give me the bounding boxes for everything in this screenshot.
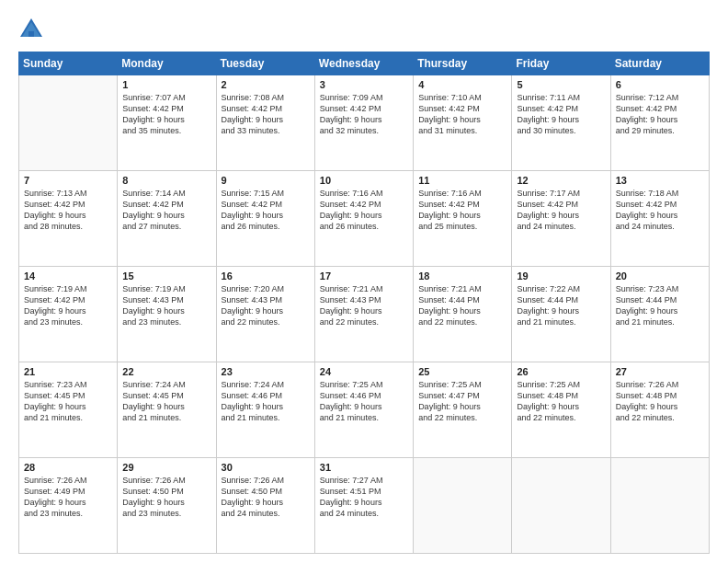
day-number: 8 [122, 175, 210, 186]
calendar-cell: 29Sunrise: 7:26 AM Sunset: 4:50 PM Dayli… [118, 458, 216, 554]
day-number: 28 [24, 462, 112, 473]
calendar-week-row: 7Sunrise: 7:13 AM Sunset: 4:42 PM Daylig… [19, 171, 710, 267]
cell-info: Sunrise: 7:17 AM Sunset: 4:42 PM Dayligh… [517, 188, 605, 233]
day-number: 17 [320, 270, 408, 282]
cell-info: Sunrise: 7:21 AM Sunset: 4:43 PM Dayligh… [320, 283, 408, 328]
cell-info: Sunrise: 7:10 AM Sunset: 4:42 PM Dayligh… [418, 92, 506, 137]
calendar-cell: 27Sunrise: 7:26 AM Sunset: 4:48 PM Dayli… [610, 362, 709, 458]
day-number: 15 [122, 270, 210, 282]
calendar-cell [512, 458, 610, 554]
calendar-week-row: 28Sunrise: 7:26 AM Sunset: 4:49 PM Dayli… [19, 458, 710, 554]
day-number: 24 [320, 366, 408, 377]
day-number: 10 [320, 175, 408, 186]
calendar-cell: 20Sunrise: 7:23 AM Sunset: 4:44 PM Dayli… [610, 267, 709, 362]
day-number: 3 [320, 79, 408, 90]
cell-info: Sunrise: 7:27 AM Sunset: 4:51 PM Dayligh… [320, 475, 408, 520]
cell-info: Sunrise: 7:23 AM Sunset: 4:44 PM Dayligh… [616, 283, 704, 328]
day-number: 16 [222, 270, 310, 282]
day-number: 9 [222, 175, 310, 186]
logo-icon [18, 17, 44, 42]
cell-info: Sunrise: 7:23 AM Sunset: 4:45 PM Dayligh… [24, 379, 112, 424]
day-number: 30 [222, 462, 310, 473]
cell-info: Sunrise: 7:19 AM Sunset: 4:42 PM Dayligh… [24, 283, 112, 328]
day-number: 27 [616, 366, 704, 377]
calendar-weekday-header: Thursday [414, 52, 512, 75]
cell-info: Sunrise: 7:26 AM Sunset: 4:49 PM Dayligh… [24, 475, 112, 520]
calendar-cell: 18Sunrise: 7:21 AM Sunset: 4:44 PM Dayli… [414, 267, 512, 362]
cell-info: Sunrise: 7:26 AM Sunset: 4:48 PM Dayligh… [616, 379, 704, 424]
calendar-cell: 26Sunrise: 7:25 AM Sunset: 4:48 PM Dayli… [512, 362, 610, 458]
calendar-weekday-header: Sunday [19, 52, 118, 75]
calendar-cell: 8Sunrise: 7:14 AM Sunset: 4:42 PM Daylig… [118, 171, 216, 267]
day-number: 21 [24, 366, 112, 377]
cell-info: Sunrise: 7:15 AM Sunset: 4:42 PM Dayligh… [222, 188, 310, 233]
day-number: 6 [616, 79, 704, 90]
calendar-cell: 13Sunrise: 7:18 AM Sunset: 4:42 PM Dayli… [610, 171, 709, 267]
calendar-cell: 15Sunrise: 7:19 AM Sunset: 4:43 PM Dayli… [118, 267, 216, 362]
calendar-cell: 17Sunrise: 7:21 AM Sunset: 4:43 PM Dayli… [314, 267, 413, 362]
day-number: 12 [517, 175, 605, 186]
day-number: 14 [24, 270, 112, 282]
calendar-cell: 25Sunrise: 7:25 AM Sunset: 4:47 PM Dayli… [414, 362, 512, 458]
calendar-header-row: SundayMondayTuesdayWednesdayThursdayFrid… [19, 52, 710, 75]
calendar-cell: 4Sunrise: 7:10 AM Sunset: 4:42 PM Daylig… [414, 75, 512, 171]
logo [18, 17, 48, 42]
calendar-cell: 9Sunrise: 7:15 AM Sunset: 4:42 PM Daylig… [216, 171, 314, 267]
calendar-week-row: 14Sunrise: 7:19 AM Sunset: 4:42 PM Dayli… [19, 267, 710, 362]
page: SundayMondayTuesdayWednesdayThursdayFrid… [0, 0, 728, 563]
calendar-cell [610, 458, 709, 554]
calendar-cell [19, 75, 118, 171]
day-number: 22 [122, 366, 210, 377]
cell-info: Sunrise: 7:21 AM Sunset: 4:44 PM Dayligh… [418, 283, 506, 328]
cell-info: Sunrise: 7:13 AM Sunset: 4:42 PM Dayligh… [24, 188, 112, 233]
header [18, 17, 710, 42]
cell-info: Sunrise: 7:25 AM Sunset: 4:47 PM Dayligh… [418, 379, 506, 424]
cell-info: Sunrise: 7:19 AM Sunset: 4:43 PM Dayligh… [122, 283, 210, 328]
day-number: 4 [418, 79, 506, 90]
calendar-cell: 3Sunrise: 7:09 AM Sunset: 4:42 PM Daylig… [314, 75, 413, 171]
calendar-cell: 23Sunrise: 7:24 AM Sunset: 4:46 PM Dayli… [216, 362, 314, 458]
calendar-cell: 7Sunrise: 7:13 AM Sunset: 4:42 PM Daylig… [19, 171, 118, 267]
calendar-cell: 30Sunrise: 7:26 AM Sunset: 4:50 PM Dayli… [216, 458, 314, 554]
day-number: 18 [418, 270, 506, 282]
calendar-cell: 5Sunrise: 7:11 AM Sunset: 4:42 PM Daylig… [512, 75, 610, 171]
day-number: 31 [320, 462, 408, 473]
calendar-weekday-header: Friday [512, 52, 610, 75]
cell-info: Sunrise: 7:18 AM Sunset: 4:42 PM Dayligh… [616, 188, 704, 233]
calendar-weekday-header: Tuesday [216, 52, 314, 75]
calendar-cell: 24Sunrise: 7:25 AM Sunset: 4:46 PM Dayli… [314, 362, 413, 458]
calendar-cell: 12Sunrise: 7:17 AM Sunset: 4:42 PM Dayli… [512, 171, 610, 267]
cell-info: Sunrise: 7:14 AM Sunset: 4:42 PM Dayligh… [122, 188, 210, 233]
cell-info: Sunrise: 7:26 AM Sunset: 4:50 PM Dayligh… [222, 475, 310, 520]
cell-info: Sunrise: 7:16 AM Sunset: 4:42 PM Dayligh… [320, 188, 408, 233]
calendar-weekday-header: Saturday [610, 52, 709, 75]
day-number: 29 [122, 462, 210, 473]
cell-info: Sunrise: 7:08 AM Sunset: 4:42 PM Dayligh… [222, 92, 310, 137]
cell-info: Sunrise: 7:24 AM Sunset: 4:46 PM Dayligh… [222, 379, 310, 424]
cell-info: Sunrise: 7:25 AM Sunset: 4:48 PM Dayligh… [517, 379, 605, 424]
calendar-cell: 1Sunrise: 7:07 AM Sunset: 4:42 PM Daylig… [118, 75, 216, 171]
calendar-cell: 2Sunrise: 7:08 AM Sunset: 4:42 PM Daylig… [216, 75, 314, 171]
cell-info: Sunrise: 7:22 AM Sunset: 4:44 PM Dayligh… [517, 283, 605, 328]
calendar-cell: 21Sunrise: 7:23 AM Sunset: 4:45 PM Dayli… [19, 362, 118, 458]
day-number: 23 [222, 366, 310, 377]
cell-info: Sunrise: 7:16 AM Sunset: 4:42 PM Dayligh… [418, 188, 506, 233]
day-number: 2 [222, 79, 310, 90]
day-number: 19 [517, 270, 605, 282]
day-number: 1 [122, 79, 210, 90]
day-number: 20 [616, 270, 704, 282]
calendar-cell: 28Sunrise: 7:26 AM Sunset: 4:49 PM Dayli… [19, 458, 118, 554]
calendar-cell: 10Sunrise: 7:16 AM Sunset: 4:42 PM Dayli… [314, 171, 413, 267]
day-number: 25 [418, 366, 506, 377]
day-number: 5 [517, 79, 605, 90]
calendar-week-row: 21Sunrise: 7:23 AM Sunset: 4:45 PM Dayli… [19, 362, 710, 458]
day-number: 26 [517, 366, 605, 377]
svg-rect-2 [28, 31, 34, 37]
cell-info: Sunrise: 7:20 AM Sunset: 4:43 PM Dayligh… [222, 283, 310, 328]
cell-info: Sunrise: 7:24 AM Sunset: 4:45 PM Dayligh… [122, 379, 210, 424]
calendar-cell: 16Sunrise: 7:20 AM Sunset: 4:43 PM Dayli… [216, 267, 314, 362]
calendar-cell: 6Sunrise: 7:12 AM Sunset: 4:42 PM Daylig… [610, 75, 709, 171]
calendar-week-row: 1Sunrise: 7:07 AM Sunset: 4:42 PM Daylig… [19, 75, 710, 171]
calendar-cell [414, 458, 512, 554]
cell-info: Sunrise: 7:25 AM Sunset: 4:46 PM Dayligh… [320, 379, 408, 424]
